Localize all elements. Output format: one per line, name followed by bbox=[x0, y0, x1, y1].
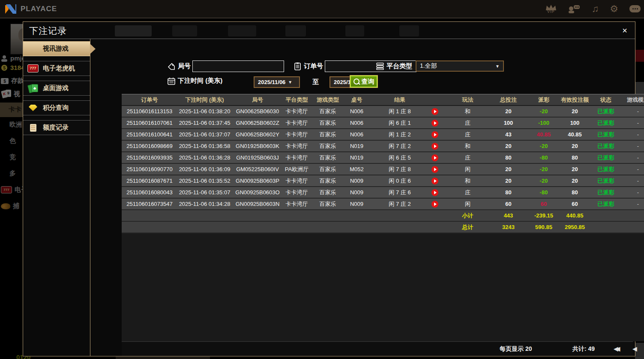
table-row: 251106016100641 2025-11-06 01:37:07 GN00… bbox=[122, 129, 644, 141]
platform-select[interactable]: 1.全部 ▼ bbox=[416, 60, 504, 72]
result-text: 闲 6 庄 1 bbox=[368, 119, 431, 127]
col-table: 桌号 bbox=[345, 96, 368, 104]
status-badge: 已派彩 bbox=[591, 189, 621, 196]
sidebar-item[interactable]: 额度记录 bbox=[23, 120, 90, 135]
payout-value: -80 bbox=[529, 189, 559, 196]
result-text: 闲 7 庄 6 bbox=[368, 189, 431, 196]
server-list-icon bbox=[376, 62, 384, 70]
replay-icon[interactable] bbox=[431, 189, 438, 196]
time-label: 下注时间 (美东) bbox=[178, 77, 222, 85]
playace-logo: PLAYACE bbox=[4, 3, 57, 15]
modal-sidebar: 视讯游戏 电子老虎机 桌面游戏 积分查询 额度记录 bbox=[23, 39, 90, 356]
modal-title-bar: 下注记录 × bbox=[23, 22, 635, 39]
round-input[interactable] bbox=[192, 60, 284, 72]
page-title: 下注记录 bbox=[29, 25, 67, 37]
table-row: 251106016087671 2025-11-06 01:35:52 GN00… bbox=[122, 175, 644, 187]
settings-icon[interactable]: ⚙ bbox=[610, 4, 618, 14]
modal-content: 局号 订单号 平台类型 1.全部 ▼ 下注时间 (美东) bbox=[90, 39, 635, 356]
table-row: 251106016107061 2025-11-06 01:37:45 GN00… bbox=[122, 118, 644, 129]
per-page-label: 每页显示 20 bbox=[500, 345, 532, 353]
chevron-down-icon: ▼ bbox=[288, 80, 292, 84]
replay-icon[interactable] bbox=[431, 154, 438, 161]
table-footer: 每页显示 20 共计: 49 ◀◀ ◀ / 3 ▶ ▶▶ bbox=[122, 341, 633, 356]
result-text: 闲 7 庄 2 bbox=[368, 142, 431, 150]
tag-icon bbox=[168, 63, 175, 70]
table-row: 251106016093935 2025-11-06 01:36:28 GN01… bbox=[122, 152, 644, 164]
replay-icon[interactable] bbox=[431, 108, 438, 115]
total-bet: 3243 bbox=[488, 224, 529, 230]
col-mode: 游戏模式 bbox=[621, 96, 644, 104]
background-tab-ghost bbox=[172, 25, 197, 36]
subtotal-label: 小计 bbox=[447, 212, 488, 220]
search-icon bbox=[353, 78, 359, 84]
sidebar-item[interactable]: 视讯游戏 bbox=[23, 41, 90, 56]
replay-icon[interactable] bbox=[431, 166, 438, 173]
status-badge: 已派彩 bbox=[591, 142, 621, 150]
table-row: 251106016113153 2025-11-06 01:38:20 GN00… bbox=[122, 106, 644, 118]
icon-diamond bbox=[29, 105, 37, 111]
sidebar-item[interactable]: 电子老虎机 bbox=[23, 61, 90, 76]
sidebar-item-label: 电子老虎机 bbox=[43, 64, 75, 72]
background-tab-ghost bbox=[399, 25, 419, 36]
col-valid: 有效投注额 bbox=[559, 96, 591, 104]
table-row: 251106016090770 2025-11-06 01:36:09 GM05… bbox=[122, 164, 644, 175]
result-text: 闲 6 庄 5 bbox=[368, 154, 431, 162]
total-payout: 590.85 bbox=[529, 224, 559, 230]
filter-time: 下注时间 (美东) bbox=[168, 77, 222, 85]
col-result: 结果 bbox=[368, 96, 431, 104]
table-row: 251106016080043 2025-11-06 01:35:07 GN00… bbox=[122, 187, 644, 199]
icon-cards bbox=[28, 44, 38, 54]
result-text: 闲 7 庄 2 bbox=[368, 200, 431, 208]
prev-page-button[interactable]: ◀ bbox=[632, 345, 637, 353]
music-icon[interactable]: ♫ bbox=[592, 4, 599, 14]
replay-icon[interactable] bbox=[431, 201, 438, 208]
icon-tablegames bbox=[28, 84, 38, 93]
status-badge: 已派彩 bbox=[591, 166, 621, 173]
date-from-picker[interactable]: 2025/11/06 ▼ bbox=[254, 76, 300, 88]
status-badge: 已派彩 bbox=[591, 108, 621, 115]
customer-service-icon[interactable] bbox=[568, 4, 581, 14]
sidebar-item-label: 积分查询 bbox=[43, 104, 69, 112]
subtotal-row: 小计 443 -239.15 440.85 bbox=[122, 210, 644, 222]
subtotal-valid: 440.85 bbox=[559, 212, 591, 219]
total-row: 总计 3243 590.85 2950.85 bbox=[122, 222, 644, 233]
vip-icon[interactable]: VIP bbox=[545, 4, 557, 14]
chevron-down-icon: ▼ bbox=[495, 64, 500, 69]
first-page-button[interactable]: ◀◀ bbox=[614, 345, 620, 353]
status-badge: 已派彩 bbox=[591, 177, 621, 185]
payout-value: -20 bbox=[529, 178, 559, 184]
replay-icon[interactable] bbox=[431, 120, 438, 127]
platform-label: 平台类型 bbox=[386, 62, 412, 70]
filter-round: 局号 bbox=[168, 60, 284, 72]
top-bar: PLAYACE VIP ♫ ⚙ bbox=[0, 0, 644, 18]
to-label: 至 bbox=[312, 78, 319, 86]
replay-icon[interactable] bbox=[431, 131, 438, 138]
chat-icon[interactable] bbox=[629, 5, 641, 12]
col-status: 状态 bbox=[591, 96, 621, 104]
status-badge: 已派彩 bbox=[591, 119, 621, 127]
background-tab-ghost bbox=[228, 25, 256, 36]
replay-icon[interactable] bbox=[431, 178, 438, 184]
table-row: 251106016073547 2025-11-06 01:34:28 GN00… bbox=[122, 199, 644, 210]
sidebar-item[interactable]: 积分查询 bbox=[23, 100, 90, 115]
payout-value: -80 bbox=[529, 154, 559, 161]
result-text: 闲 0 庄 6 bbox=[368, 177, 431, 185]
table-header: 订单号 下注时间 (美东) 局号 平台类型 游戏类型 桌号 结果 玩法 总投注 … bbox=[122, 94, 644, 106]
round-label: 局号 bbox=[178, 62, 191, 70]
brand-name: PLAYACE bbox=[21, 5, 57, 13]
close-icon[interactable]: × bbox=[620, 25, 630, 36]
sidebar-item[interactable]: 桌面游戏 bbox=[23, 81, 90, 96]
bet-records-table: 订单号 下注时间 (美东) 局号 平台类型 游戏类型 桌号 结果 玩法 总投注 … bbox=[122, 94, 644, 341]
payout-value: -20 bbox=[529, 166, 559, 172]
payout-value: -100 bbox=[529, 120, 559, 126]
filter-platform: 平台类型 1.全部 ▼ bbox=[376, 60, 504, 72]
icon-slot777 bbox=[27, 64, 39, 72]
background-tab-ghost bbox=[285, 25, 306, 36]
background-tab-ghost bbox=[345, 25, 364, 36]
payout-value: 60 bbox=[529, 201, 559, 207]
status-badge: 已派彩 bbox=[591, 131, 621, 139]
total-count-label: 共计: 49 bbox=[572, 345, 595, 353]
background-tab-ghost bbox=[115, 25, 152, 36]
search-button[interactable]: 查询 bbox=[350, 75, 378, 88]
replay-icon[interactable] bbox=[431, 143, 438, 150]
